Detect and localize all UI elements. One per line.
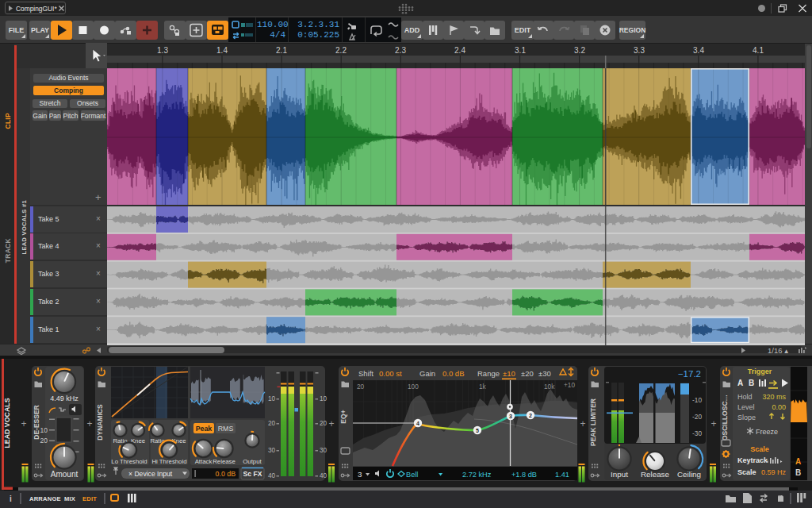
svg-text:DYNAMICS: DYNAMICS — [96, 404, 104, 441]
svg-text:+: + — [86, 418, 92, 429]
svg-text:Amount: Amount — [51, 470, 79, 479]
svg-text:0.0 dB: 0.0 dB — [442, 369, 464, 378]
svg-text:1k: 1k — [479, 383, 487, 391]
svg-text:Input: Input — [611, 470, 628, 479]
svg-text:0.59 Hz: 0.59 Hz — [761, 468, 787, 476]
svg-text:-20: -20 — [692, 413, 702, 421]
svg-text:10k: 10k — [544, 383, 555, 391]
svg-text:-30: -30 — [692, 429, 702, 437]
svg-text:Level: Level — [737, 403, 755, 411]
svg-text:40: 40 — [320, 472, 327, 479]
svg-text:EQ+: EQ+ — [339, 410, 347, 423]
svg-text:-10: -10 — [692, 396, 702, 404]
svg-text:Hi Threshold: Hi Threshold — [151, 458, 186, 465]
svg-text:Range: Range — [477, 369, 500, 378]
svg-text:100: 100 — [408, 383, 419, 391]
svg-text:40: 40 — [268, 472, 276, 479]
svg-text:OSCILLOSC…: OSCILLOSC… — [721, 394, 729, 441]
svg-text:±30: ±30 — [538, 369, 551, 378]
svg-text:Ceiling: Ceiling — [677, 470, 701, 479]
svg-text:+: + — [580, 418, 585, 429]
svg-text:10: 10 — [320, 395, 327, 402]
svg-text:±20: ±20 — [521, 369, 534, 378]
svg-text:B: B — [749, 379, 754, 387]
svg-text:−17.2: −17.2 — [678, 369, 701, 379]
svg-text:DE-ESSER: DE-ESSER — [33, 405, 40, 439]
svg-text:Freeze: Freeze — [756, 428, 778, 436]
svg-text:30: 30 — [268, 447, 276, 454]
svg-text:20: 20 — [357, 383, 365, 391]
svg-text:+: + — [21, 418, 26, 429]
svg-text:A: A — [795, 457, 801, 466]
svg-text:3: 3 — [358, 470, 362, 479]
svg-text:Scale: Scale — [737, 468, 756, 476]
svg-text:Output: Output — [243, 458, 262, 465]
svg-text:PEAK LIMITER: PEAK LIMITER — [589, 398, 597, 446]
svg-text:1.41: 1.41 — [555, 471, 569, 479]
svg-text:0.0 dB: 0.0 dB — [216, 470, 236, 478]
svg-text:Hold: Hold — [737, 393, 753, 401]
svg-text:2: 2 — [529, 413, 532, 418]
svg-text:Lo Threshold: Lo Threshold — [111, 458, 147, 465]
svg-text:+10: +10 — [564, 381, 575, 389]
svg-text:4.49 kHz: 4.49 kHz — [50, 394, 79, 402]
svg-text:Gain: Gain — [419, 369, 435, 378]
svg-text:320 ms: 320 ms — [762, 393, 786, 401]
svg-text:Sc FX: Sc FX — [243, 470, 262, 478]
svg-text:±10: ±10 — [503, 369, 515, 378]
svg-text:5: 5 — [476, 428, 479, 433]
svg-text:Release: Release — [641, 470, 669, 479]
svg-text:Slope: Slope — [737, 414, 756, 421]
svg-text:Bell: Bell — [406, 471, 418, 479]
svg-text:20: 20 — [320, 420, 327, 427]
svg-text:A: A — [737, 379, 743, 387]
svg-text:10: 10 — [268, 395, 276, 402]
svg-text:3: 3 — [509, 414, 512, 419]
svg-text:Keytrack: Keytrack — [737, 456, 768, 464]
svg-text:0.00: 0.00 — [772, 403, 786, 411]
svg-text:20: 20 — [40, 437, 48, 444]
svg-text:+: + — [328, 418, 334, 429]
svg-text:Shift: Shift — [358, 369, 373, 378]
svg-text:Attack: Attack — [195, 458, 213, 465]
svg-text:20: 20 — [268, 420, 276, 427]
svg-text:10: 10 — [40, 426, 48, 434]
svg-text:B: B — [795, 468, 801, 477]
svg-text:Trigger: Trigger — [748, 368, 772, 375]
svg-text:× Device Input: × Device Input — [128, 470, 173, 478]
svg-text:0.00 st: 0.00 st — [379, 369, 402, 378]
svg-text:30: 30 — [320, 447, 327, 454]
svg-text:2.72 kHz: 2.72 kHz — [462, 471, 492, 479]
svg-text:LEAD VOCALS: LEAD VOCALS — [3, 398, 11, 448]
svg-text:+1.8 dB: +1.8 dB — [511, 471, 537, 479]
svg-text:Release: Release — [213, 458, 236, 465]
svg-text:Scale: Scale — [750, 445, 769, 453]
svg-text:+: + — [710, 418, 716, 429]
svg-text:Peak: Peak — [196, 425, 213, 433]
svg-text:RMS: RMS — [218, 425, 234, 433]
svg-text:4: 4 — [416, 421, 419, 426]
